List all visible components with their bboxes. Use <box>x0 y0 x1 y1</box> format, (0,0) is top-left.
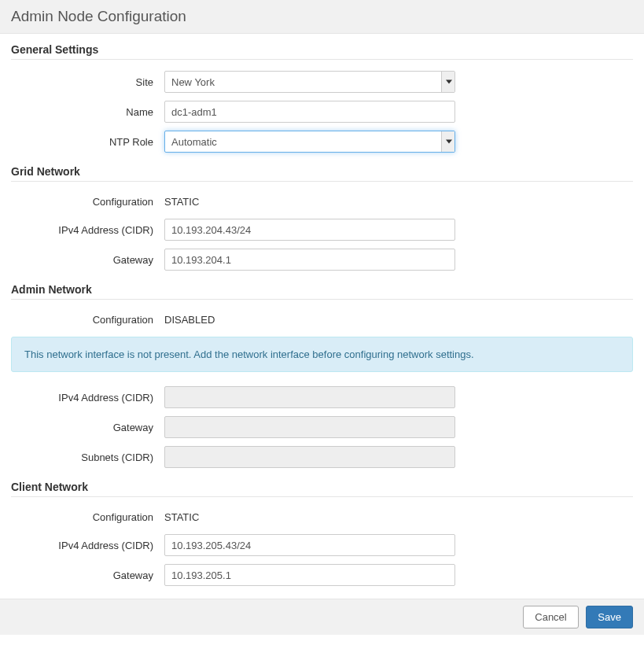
page-footer: Cancel Save <box>0 599 644 635</box>
site-select[interactable] <box>164 71 455 93</box>
admin-config-value: DISABLED <box>164 311 215 329</box>
save-button[interactable]: Save <box>586 606 633 628</box>
row-admin-gateway: Gateway <box>11 416 633 438</box>
row-admin-ipv4: IPv4 Address (CIDR) <box>11 386 633 408</box>
row-client-gateway: Gateway <box>11 564 633 586</box>
label-admin-subnets: Subnets (CIDR) <box>11 452 164 463</box>
section-title-admin: Admin Network <box>11 283 633 296</box>
ntp-role-select[interactable] <box>164 131 455 153</box>
row-client-config: Configuration STATIC <box>11 508 633 526</box>
client-ipv4-input[interactable] <box>164 534 455 556</box>
label-site: Site <box>11 76 164 88</box>
row-client-ipv4: IPv4 Address (CIDR) <box>11 534 633 556</box>
label-admin-config: Configuration <box>11 314 164 326</box>
grid-config-value: STATIC <box>164 193 199 211</box>
section-title-general: General Settings <box>11 43 633 56</box>
row-site: Site <box>11 71 633 93</box>
row-ntp: NTP Role <box>11 131 633 153</box>
name-input[interactable] <box>164 101 455 123</box>
client-config-value: STATIC <box>164 508 199 526</box>
row-grid-ipv4: IPv4 Address (CIDR) <box>11 219 633 241</box>
label-admin-ipv4: IPv4 Address (CIDR) <box>11 392 164 404</box>
section-divider <box>11 181 633 182</box>
page-header: Admin Node Configuration <box>0 0 644 34</box>
admin-network-alert: This network interface is not present. A… <box>11 337 633 372</box>
row-grid-config: Configuration STATIC <box>11 193 633 211</box>
label-admin-gateway: Gateway <box>11 422 164 433</box>
label-name: Name <box>11 106 164 118</box>
section-divider <box>11 496 633 497</box>
label-client-config: Configuration <box>11 511 164 523</box>
admin-subnets-input <box>164 446 455 468</box>
label-grid-ipv4: IPv4 Address (CIDR) <box>11 224 164 236</box>
admin-ipv4-input <box>164 386 455 408</box>
section-divider <box>11 59 633 60</box>
row-admin-subnets: Subnets (CIDR) <box>11 446 633 468</box>
admin-gateway-input <box>164 416 455 438</box>
section-title-client: Client Network <box>11 481 633 493</box>
label-grid-gateway: Gateway <box>11 254 164 266</box>
page-title: Admin Node Configuration <box>11 8 633 25</box>
page-content: General Settings Site Name NTP Role Grid… <box>0 34 644 586</box>
grid-ipv4-input[interactable] <box>164 219 455 241</box>
label-grid-config: Configuration <box>11 196 164 208</box>
label-client-gateway: Gateway <box>11 569 164 581</box>
row-admin-config: Configuration DISABLED <box>11 311 633 329</box>
grid-gateway-input[interactable] <box>164 249 455 271</box>
client-gateway-input[interactable] <box>164 564 455 586</box>
row-grid-gateway: Gateway <box>11 249 633 271</box>
label-client-ipv4: IPv4 Address (CIDR) <box>11 540 164 551</box>
section-divider <box>11 299 633 300</box>
section-title-grid: Grid Network <box>11 165 633 178</box>
label-ntp: NTP Role <box>11 136 164 148</box>
row-name: Name <box>11 101 633 123</box>
cancel-button[interactable]: Cancel <box>523 606 578 628</box>
